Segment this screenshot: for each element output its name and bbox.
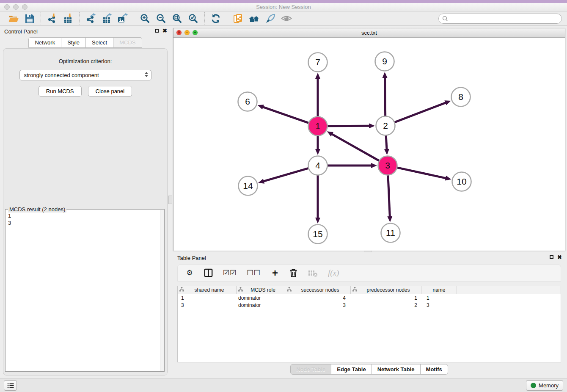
- tab-motifs[interactable]: Motifs: [421, 364, 448, 375]
- float-panel-icon[interactable]: [155, 29, 159, 33]
- float-table-panel-icon[interactable]: [550, 255, 553, 259]
- svg-text:10: 10: [457, 177, 466, 186]
- home-icon[interactable]: [248, 13, 261, 25]
- graph-node-6[interactable]: 6: [238, 92, 257, 111]
- table-options-icon[interactable]: ⚙: [185, 268, 194, 277]
- cell[interactable]: 3: [285, 301, 351, 309]
- graph-edge-3-11[interactable]: [387, 175, 392, 222]
- show-columns-icon[interactable]: [204, 268, 213, 277]
- clone-network-icon[interactable]: [231, 13, 245, 25]
- graph-edge-4-15[interactable]: [315, 175, 320, 224]
- search-icon: [442, 16, 448, 23]
- graph-edge-1-4[interactable]: [315, 136, 320, 155]
- graph-edge-2-3[interactable]: [384, 135, 389, 155]
- list-icon: [7, 383, 14, 389]
- graph-edge-3-10[interactable]: [397, 168, 451, 181]
- cell[interactable]: 1: [351, 294, 421, 301]
- import-network-icon[interactable]: [45, 13, 59, 25]
- cell[interactable]: 3: [421, 301, 457, 309]
- cell[interactable]: dominator: [237, 294, 285, 301]
- tab-network[interactable]: Network: [28, 37, 61, 48]
- task-history-button[interactable]: [4, 380, 17, 391]
- column-header-mcds-role[interactable]: MCDS role: [237, 286, 285, 294]
- hierarchy-icon: [287, 287, 292, 293]
- node-table-grid: shared nameMCDS rolesuccessor nodesprede…: [177, 286, 561, 362]
- close-panel-button[interactable]: Close panel: [88, 86, 132, 97]
- function-builder-icon: f(x): [328, 268, 339, 278]
- show-hide-icon[interactable]: [280, 13, 293, 25]
- graph-node-10[interactable]: 10: [452, 172, 471, 191]
- tab-mcds[interactable]: MCDS: [113, 37, 142, 48]
- add-row-icon[interactable]: +: [271, 269, 279, 277]
- column-header-successor-nodes[interactable]: successor nodes: [285, 286, 351, 294]
- column-header-shared-name[interactable]: shared name: [178, 286, 237, 294]
- mcds-result-scrollbar[interactable]: [160, 210, 164, 371]
- save-session-icon[interactable]: [23, 13, 36, 25]
- graph-edge-3-1[interactable]: [327, 131, 379, 160]
- graph-edge-4-3[interactable]: [328, 163, 377, 168]
- graph-node-14[interactable]: 14: [239, 177, 258, 196]
- graph-edge-1-2[interactable]: [328, 123, 375, 128]
- select-all-icon[interactable]: ☑☑: [223, 268, 237, 277]
- table-row[interactable]: 1dominator411: [178, 294, 561, 301]
- memory-status-icon: [531, 383, 536, 388]
- run-mcds-button[interactable]: Run MCDS: [39, 86, 82, 97]
- table-row[interactable]: 3dominator323: [178, 301, 561, 309]
- tab-select[interactable]: Select: [86, 37, 113, 48]
- network-window-titlebar[interactable]: ✕ − + scc.txt: [173, 28, 565, 38]
- zoom-in-icon[interactable]: [138, 13, 152, 25]
- cell[interactable]: dominator: [237, 301, 285, 309]
- graph-edge-1-7[interactable]: [315, 73, 320, 116]
- deselect-all-icon[interactable]: ☐☐: [247, 268, 260, 277]
- open-session-icon[interactable]: [7, 13, 20, 25]
- export-image-icon[interactable]: [116, 13, 129, 25]
- table-panel-header: Table Panel ✖: [173, 252, 565, 263]
- network-canvas[interactable]: 1234678910111415: [173, 38, 565, 251]
- zoom-fit-icon[interactable]: [171, 13, 184, 25]
- graph-node-8[interactable]: 8: [451, 88, 471, 107]
- column-header-predecessor-nodes[interactable]: predecessor nodes: [351, 286, 421, 294]
- cell[interactable]: 3: [178, 301, 237, 309]
- mcds-result-text[interactable]: 1 3: [6, 210, 160, 371]
- tab-edge-table[interactable]: Edge Table: [331, 364, 372, 375]
- graph-edge-4-14[interactable]: [258, 168, 308, 183]
- graph-node-9[interactable]: 9: [375, 52, 394, 71]
- vertical-splitter-grip[interactable]: [168, 196, 172, 204]
- cell[interactable]: 4: [285, 294, 351, 301]
- export-network-icon[interactable]: [84, 13, 97, 25]
- tab-style[interactable]: Style: [61, 37, 86, 48]
- search-input[interactable]: [438, 14, 562, 24]
- close-panel-icon[interactable]: ✖: [162, 28, 167, 33]
- memory-button[interactable]: Memory: [526, 380, 563, 391]
- zoom-selected-icon[interactable]: [187, 13, 200, 25]
- cell[interactable]: 1: [178, 294, 237, 301]
- svg-text:7: 7: [315, 57, 320, 67]
- column-header-name[interactable]: name: [421, 286, 457, 294]
- tab-network-table[interactable]: Network Table: [372, 364, 421, 375]
- delete-row-icon[interactable]: [289, 268, 298, 277]
- graph-node-1[interactable]: 1: [308, 117, 328, 136]
- graph-edge-2-8[interactable]: [394, 100, 451, 122]
- graph-edge-2-9[interactable]: [383, 72, 388, 116]
- graph-edge-1-6[interactable]: [258, 105, 309, 123]
- graph-node-7[interactable]: 7: [308, 53, 328, 72]
- apply-style-icon[interactable]: [264, 13, 277, 25]
- cell[interactable]: 2: [351, 301, 421, 309]
- graph-node-2[interactable]: 2: [376, 116, 395, 135]
- graph-node-4[interactable]: 4: [308, 156, 328, 175]
- graph-node-3[interactable]: 3: [378, 156, 397, 175]
- cell[interactable]: 1: [421, 294, 457, 301]
- table-panel-title: Table Panel: [177, 255, 206, 261]
- import-table-icon[interactable]: [61, 13, 75, 25]
- toolbar-group: [204, 12, 227, 25]
- refresh-icon[interactable]: [209, 13, 223, 25]
- close-table-panel-icon[interactable]: ✖: [557, 255, 562, 259]
- tab-node-table[interactable]: Node Table: [290, 364, 331, 375]
- graph-node-15[interactable]: 15: [308, 225, 328, 244]
- svg-text:14: 14: [243, 181, 253, 190]
- graph-node-11[interactable]: 11: [381, 224, 400, 243]
- criterion-dropdown[interactable]: strongly connected component: [19, 70, 151, 80]
- zoom-out-icon[interactable]: [154, 13, 168, 25]
- network-view-window: ✕ − + scc.txt 1234678910111415: [173, 28, 565, 251]
- export-table-icon[interactable]: [100, 13, 113, 25]
